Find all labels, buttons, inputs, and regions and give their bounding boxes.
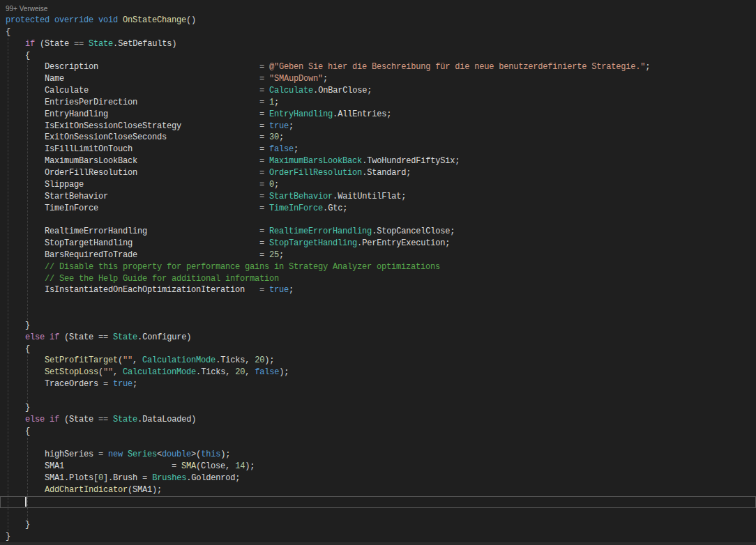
- code-line-45[interactable]: }: [0, 531, 756, 543]
- code-line-41[interactable]: AddChartIndicator(SMA1);: [0, 484, 756, 496]
- code-line-13[interactable]: MaximumBarsLookBack = MaximumBarsLookBac…: [0, 155, 756, 167]
- code-line-2[interactable]: {: [0, 26, 756, 38]
- code-line-22[interactable]: // Disable this property for performance…: [0, 261, 756, 273]
- code-line-30[interactable]: SetProfitTarget("", CalculationMode.Tick…: [0, 355, 756, 367]
- code-line-24[interactable]: IsInstantiatedOnEachOptimizationIteratio…: [0, 284, 756, 296]
- code-line-36[interactable]: {: [0, 426, 756, 438]
- code-line-21[interactable]: BarsRequiredToTrade = 25;: [0, 250, 756, 261]
- code-line-42[interactable]: [0, 496, 756, 508]
- code-line-44[interactable]: }: [0, 519, 756, 531]
- code-line-33[interactable]: [0, 390, 756, 402]
- code-line-10[interactable]: IsExitOnSessionCloseStrategy = true;: [0, 121, 756, 132]
- code-line-29[interactable]: {: [0, 344, 756, 355]
- code-line-16[interactable]: StartBehavior = StartBehavior.WaitUntilF…: [0, 191, 756, 203]
- code-line-20[interactable]: StopTargetHandling = StopTargetHandling.…: [0, 238, 756, 250]
- code-line-25[interactable]: [0, 296, 756, 308]
- text-caret: [25, 497, 27, 507]
- code-line-28[interactable]: else if (State == State.Configure): [0, 332, 756, 344]
- code-line-9[interactable]: EntryHandling = EntryHandling.AllEntries…: [0, 109, 756, 121]
- code-line-8[interactable]: EntriesPerDirection = 1;: [0, 97, 756, 109]
- code-line-34[interactable]: }: [0, 402, 756, 414]
- code-line-38[interactable]: highSeries = new Series<double>(this);: [0, 449, 756, 461]
- code-line-3[interactable]: if (State == State.SetDefaults): [0, 38, 756, 50]
- code-line-37[interactable]: [0, 437, 756, 449]
- code-line-27[interactable]: }: [0, 320, 756, 332]
- code-line-17[interactable]: TimeInForce = TimeInForce.Gtc;: [0, 203, 756, 215]
- horizontal-scrollbar-track[interactable]: [0, 542, 756, 545]
- code-line-14[interactable]: OrderFillResolution = OrderFillResolutio…: [0, 167, 756, 179]
- code-line-15[interactable]: Slippage = 0;: [0, 179, 756, 191]
- code-line-1[interactable]: protected override void OnStateChange(): [0, 15, 756, 26]
- code-line-23[interactable]: // See the Help Guide for additional inf…: [0, 273, 756, 285]
- code-line-31[interactable]: SetStopLoss("", CalculationMode.Ticks, 2…: [0, 367, 756, 378]
- code-line-6[interactable]: Name = "SMAupDown";: [0, 73, 756, 85]
- codelens-references-link[interactable]: 99+ Verweise: [6, 4, 47, 14]
- code-line-12[interactable]: IsFillLimitOnTouch = false;: [0, 144, 756, 155]
- code-line-32[interactable]: TraceOrders = true;: [0, 378, 756, 390]
- code-line-35[interactable]: else if (State == State.DataLoaded): [0, 414, 756, 426]
- code-line-18[interactable]: [0, 214, 756, 226]
- code-line-40[interactable]: SMA1.Plots[0].Brush = Brushes.Goldenrod;: [0, 473, 756, 484]
- code-lines[interactable]: protected override void OnStateChange(){…: [0, 15, 756, 545]
- code-line-7[interactable]: Calculate = Calculate.OnBarClose;: [0, 85, 756, 97]
- code-line-4[interactable]: {: [0, 50, 756, 62]
- code-line-11[interactable]: ExitOnSessionCloseSeconds = 30;: [0, 132, 756, 144]
- code-line-43[interactable]: [0, 507, 756, 519]
- code-line-26[interactable]: [0, 308, 756, 320]
- code-line-5[interactable]: Description = @"Geben Sie hier die Besch…: [0, 61, 756, 73]
- code-editor: 99+ Verweise protected override void OnS…: [0, 0, 756, 545]
- code-line-19[interactable]: RealtimeErrorHandling = RealtimeErrorHan…: [0, 226, 756, 238]
- code-line-39[interactable]: SMA1 = SMA(Close, 14);: [0, 461, 756, 473]
